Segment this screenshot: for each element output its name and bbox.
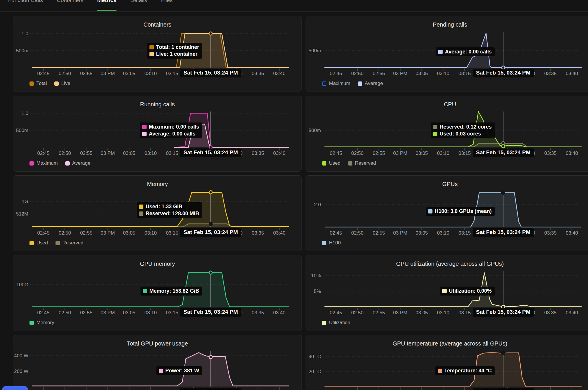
x-axis-label: 02:50 bbox=[59, 310, 71, 315]
x-axis-label: 03 PM bbox=[393, 230, 407, 236]
tooltip-swatch bbox=[142, 132, 147, 136]
chat-launcher-button[interactable] bbox=[2, 386, 28, 390]
legend-item-used[interactable]: Used bbox=[29, 240, 48, 246]
chart-legend: UsedReserved bbox=[322, 160, 376, 166]
tooltip-row: Average: 0.00 calls bbox=[142, 131, 199, 137]
x-axis-label: 02:45 bbox=[37, 71, 50, 76]
legend-item-maximum[interactable]: Maximum bbox=[29, 160, 58, 166]
crosshair-marker bbox=[209, 191, 212, 194]
chart-card: GPU memory 100G02:4502:5002:5503 PM03:05… bbox=[13, 255, 302, 331]
legend-item-h100[interactable]: H100 bbox=[322, 240, 341, 246]
chart-tooltip: Power: 381 W bbox=[156, 366, 202, 375]
tab-label: Files bbox=[161, 0, 173, 3]
chart-card: Total GPU power usage 400 W200 W02:4502:… bbox=[13, 335, 302, 390]
x-axis-label: 02:55 bbox=[373, 310, 385, 315]
legend-item-reserved[interactable]: Reserved bbox=[56, 240, 84, 246]
legend-swatch bbox=[54, 81, 59, 86]
tab-details[interactable]: Details bbox=[130, 0, 147, 12]
legend-label: Reserved bbox=[62, 240, 84, 246]
legend-item-used[interactable]: Used bbox=[322, 160, 341, 166]
crosshair-date-tooltip: Sat Feb 15, 03:24 PM bbox=[180, 148, 241, 157]
tab-bar: Function Calls Containers Metrics Detail… bbox=[0, 0, 588, 12]
x-axis-label: 03 PM bbox=[101, 71, 115, 76]
x-axis-label: 03:35 bbox=[252, 71, 264, 76]
x-axis-label: 03:05 bbox=[416, 151, 428, 156]
legend-swatch bbox=[348, 161, 352, 166]
legend-item-average[interactable]: Average bbox=[358, 81, 383, 86]
chart-plot[interactable]: 400 W200 W02:4502:5002:5503 PM03:0503:10… bbox=[13, 335, 302, 390]
chart-tooltip: Utilization: 0.00% bbox=[440, 287, 495, 296]
chart-plot[interactable]: 40 °C20 °C02:4502:5002:5503 PM03:0503:10… bbox=[306, 335, 588, 390]
legend-item-memory[interactable]: Memory bbox=[29, 320, 54, 326]
content-left-border bbox=[3, 0, 3, 390]
x-axis-label: 03:35 bbox=[544, 310, 557, 315]
x-axis-label: 03 PM bbox=[393, 310, 407, 315]
x-axis-label: 03:40 bbox=[566, 230, 578, 236]
x-axis-label: 03 PM bbox=[101, 310, 115, 315]
legend-swatch bbox=[322, 241, 326, 245]
x-axis-label: 03:35 bbox=[544, 151, 557, 156]
legend-swatch bbox=[322, 321, 326, 325]
tooltip-swatch bbox=[433, 125, 437, 129]
tooltip-swatch bbox=[438, 50, 443, 54]
tab-files[interactable]: Files bbox=[161, 0, 173, 12]
chart-card: CPU 500m02:4502:5002:5503 PM03:0503:1003… bbox=[306, 96, 588, 172]
legend-label: Maximum bbox=[329, 81, 350, 86]
legend-item-maximum[interactable]: Maximum bbox=[322, 81, 350, 86]
x-axis-label: 02:50 bbox=[351, 230, 364, 236]
legend-swatch bbox=[29, 321, 34, 325]
tooltip-value: Used: 0.03 cores bbox=[440, 131, 481, 137]
x-axis-label: 03:05 bbox=[416, 71, 428, 76]
crosshair-marker bbox=[502, 191, 505, 194]
chart-legend: H100 bbox=[322, 240, 341, 246]
legend-swatch bbox=[322, 161, 326, 166]
y-axis-label: 100G bbox=[16, 282, 28, 287]
tab-label: Containers bbox=[57, 0, 83, 3]
legend-item-average[interactable]: Average bbox=[65, 160, 90, 166]
crosshair-date-tooltip: Sat Feb 15, 03:24 PM bbox=[473, 308, 534, 317]
x-axis-label: 02:45 bbox=[330, 151, 342, 156]
tab-metrics[interactable]: Metrics bbox=[97, 0, 117, 12]
tooltip-value: Temperature: 44 °C bbox=[444, 368, 492, 374]
tooltip-swatch bbox=[442, 289, 447, 293]
x-axis-label: 03 PM bbox=[393, 151, 407, 156]
tooltip-row: Reserved: 0.12 cores bbox=[433, 124, 492, 130]
tooltip-row: Memory: 153.82 GiB bbox=[143, 288, 199, 294]
crosshair-date-tooltip: Sat Feb 15, 03:24 PM bbox=[473, 148, 534, 157]
crosshair-date-tooltip: Sat Feb 15, 03:24 PM bbox=[473, 69, 534, 77]
x-axis-label: 03:10 bbox=[145, 151, 157, 156]
x-axis-label: 03:15 bbox=[166, 71, 178, 76]
tooltip-row: Total: 1 container bbox=[149, 44, 199, 50]
crosshair-date-tooltip: Sat Feb 15, 03:24 PM bbox=[180, 228, 241, 237]
x-axis-label: 02:45 bbox=[37, 310, 50, 315]
legend-item-total[interactable]: Total bbox=[29, 81, 47, 86]
y-axis-label: 10% bbox=[311, 273, 321, 278]
tab-label: Details bbox=[130, 0, 147, 3]
tab-function-calls[interactable]: Function Calls bbox=[8, 0, 43, 12]
legend-item-utilization[interactable]: Utilization bbox=[322, 320, 350, 326]
x-axis-label: 02:50 bbox=[59, 151, 71, 156]
tab-containers[interactable]: Containers bbox=[57, 0, 83, 12]
crosshair-marker bbox=[209, 271, 212, 274]
x-axis-label: 03:35 bbox=[252, 151, 264, 156]
chart-card: GPUs 2.002:4502:5002:5503 PM03:0503:1003… bbox=[306, 175, 588, 251]
chart-legend: MaximumAverage bbox=[29, 160, 90, 166]
tooltip-value: Used: 1.33 GiB bbox=[146, 204, 182, 210]
legend-label: Used bbox=[36, 240, 48, 246]
crosshair-date-tooltip: Sat Feb 15, 03:24 PM bbox=[180, 69, 241, 77]
tooltip-row: H100: 3.0 GPUs (mean) bbox=[428, 208, 492, 214]
x-axis-label: 03:15 bbox=[458, 230, 471, 236]
crosshair-date-tooltip: Sat Feb 15, 03:24 PM bbox=[180, 308, 241, 317]
x-axis-label: 03 PM bbox=[101, 230, 115, 236]
legend-label: H100 bbox=[329, 240, 341, 246]
tooltip-swatch bbox=[149, 45, 154, 49]
x-axis-label: 03:10 bbox=[437, 310, 450, 315]
legend-swatch bbox=[29, 81, 34, 86]
chart-tooltip: Total: 1 containerLive: 1 container bbox=[147, 43, 202, 59]
legend-item-live[interactable]: Live bbox=[54, 81, 70, 86]
x-axis-label: 02:50 bbox=[59, 71, 71, 76]
x-axis-label: 03:15 bbox=[166, 310, 178, 315]
legend-item-reserved[interactable]: Reserved bbox=[348, 160, 376, 166]
tooltip-value: Reserved: 128.00 MiB bbox=[146, 211, 199, 217]
y-axis-label: 1.0 bbox=[21, 111, 28, 116]
